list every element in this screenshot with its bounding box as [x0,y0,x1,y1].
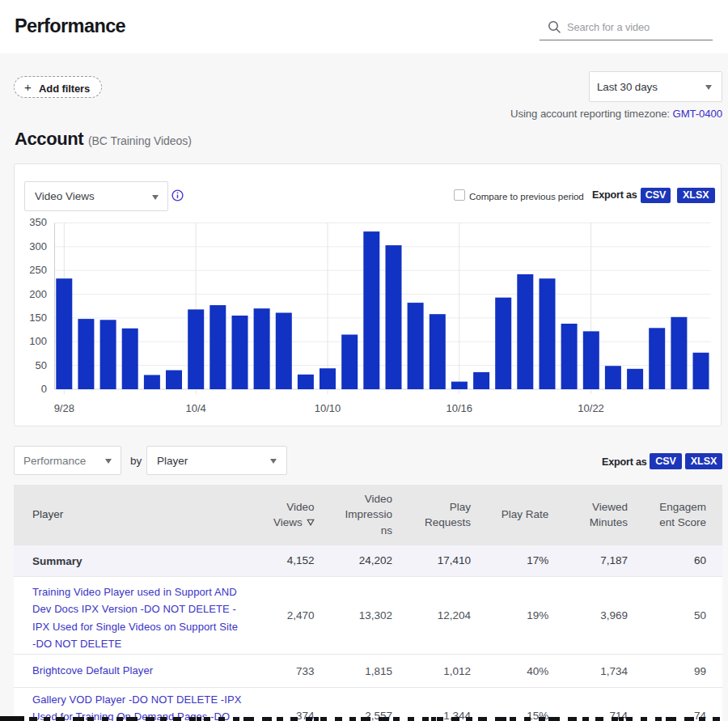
svg-text:9/28: 9/28 [54,402,74,414]
svg-text:10/4: 10/4 [185,402,205,414]
svg-text:100: 100 [29,335,47,347]
svg-text:0: 0 [41,383,47,395]
svg-text:10/16: 10/16 [447,402,473,414]
svg-text:150: 150 [29,312,47,324]
svg-text:10/10: 10/10 [315,402,341,414]
svg-text:250: 250 [29,264,47,276]
svg-text:300: 300 [29,240,47,252]
svg-text:350: 350 [29,216,47,228]
svg-text:10/22: 10/22 [578,402,604,414]
svg-text:50: 50 [36,359,47,371]
svg-text:200: 200 [29,288,47,300]
